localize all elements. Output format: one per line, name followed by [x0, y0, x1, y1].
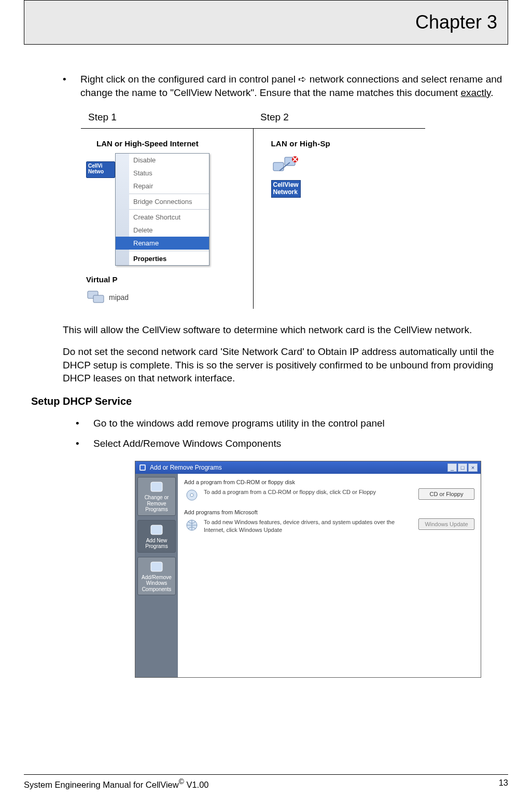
- virtual-heading: Virtual P: [86, 275, 250, 284]
- minimize-button[interactable]: _: [447, 463, 457, 472]
- bullet-item: • Select Add/Remove Windows Components: [76, 437, 508, 450]
- sidebar: Change or Remove Programs Add New Progra…: [135, 474, 178, 677]
- lan-heading-2: LAN or High-Sp: [271, 139, 423, 148]
- bullet-text: Right click on the configured card in co…: [80, 73, 508, 99]
- window-title: Add or Remove Programs: [150, 464, 222, 471]
- context-menu: Disable Status Repair Bridge Connections…: [115, 153, 209, 266]
- windows-update-button[interactable]: Windows Update: [418, 518, 474, 530]
- page-content: • Right click on the configured card in …: [24, 73, 508, 678]
- bullet-text: Select Add/Remove Windows Components: [93, 437, 508, 450]
- menu-item-shortcut[interactable]: Create Shortcut: [116, 211, 209, 224]
- program-icon: [138, 463, 147, 472]
- sidebar-add-new[interactable]: Add New Programs: [137, 520, 176, 553]
- bullet-marker: •: [63, 73, 80, 99]
- section-text-2: To add new Windows features, device driv…: [204, 518, 413, 534]
- network-icon[interactable]: [271, 155, 300, 179]
- svg-rect-7: [151, 482, 162, 491]
- window-titlebar[interactable]: Add or Remove Programs _ □ ×: [135, 461, 481, 474]
- svg-rect-2: [273, 162, 284, 171]
- section-row-2: To add new Windows features, device driv…: [184, 518, 474, 534]
- menu-item-delete[interactable]: Delete: [116, 224, 209, 237]
- svg-rect-8: [151, 525, 162, 535]
- bullet-item: • Right click on the configured card in …: [63, 73, 508, 99]
- close-button[interactable]: ×: [468, 463, 478, 472]
- paragraph-dhcp: Do not set the second network card 'Site…: [63, 345, 495, 385]
- menu-item-disable[interactable]: Disable: [116, 154, 209, 167]
- svg-rect-1: [93, 295, 104, 303]
- svg-rect-6: [141, 465, 145, 470]
- section-row-1: To add a program from a CD-ROM or floppy…: [184, 488, 474, 502]
- main-panel: Add a program from CD-ROM or floppy disk…: [178, 474, 481, 677]
- paragraph-allow: This will allow the CellView software to…: [63, 323, 495, 337]
- menu-item-status[interactable]: Status: [116, 167, 209, 180]
- menu-item-properties[interactable]: Properties: [116, 252, 209, 265]
- svg-rect-9: [151, 562, 162, 571]
- steps-table: Step 1 Step 2 LAN or High-Speed Internet…: [81, 106, 425, 309]
- bullet-marker: •: [76, 437, 93, 450]
- step-header-1: Step 1: [81, 106, 253, 129]
- add-remove-programs-window: Add or Remove Programs _ □ × Change or R…: [135, 461, 481, 678]
- sidebar-windows-components[interactable]: Add/Remove Windows Components: [137, 557, 176, 596]
- section-head-2: Add programs from Microsoft: [184, 509, 474, 515]
- menu-item-bridge[interactable]: Bridge Connections: [116, 195, 209, 208]
- footer-left: System Engineering Manual for CellView© …: [24, 778, 209, 790]
- network-connection-icon[interactable]: CellViNetwo: [86, 153, 113, 179]
- adapter-label: mipad: [109, 293, 129, 302]
- sidebar-change-remove[interactable]: Change or Remove Programs: [137, 477, 176, 516]
- cd-floppy-button[interactable]: CD or Floppy: [418, 488, 474, 500]
- bullet-text: Go to the windows add remove programs ut…: [93, 417, 508, 430]
- chapter-title: Chapter 3: [415, 11, 497, 33]
- lan-heading: LAN or High-Speed Internet: [96, 139, 250, 148]
- heading-setup-dhcp: Setup DHCP Service: [31, 395, 508, 407]
- adapter-icon: [86, 288, 107, 307]
- bullet-item: • Go to the windows add remove programs …: [76, 417, 508, 430]
- maximize-button[interactable]: □: [458, 463, 467, 472]
- cd-icon: [184, 488, 200, 502]
- step-header-2: Step 2: [253, 106, 425, 129]
- step1-figure: LAN or High-Speed Internet CellViNetwo D…: [81, 129, 254, 309]
- menu-item-repair[interactable]: Repair: [116, 180, 209, 193]
- connection-label-editing[interactable]: CellViewNetwork: [271, 180, 301, 198]
- globe-icon: [184, 518, 200, 532]
- footer-page-number: 13: [499, 778, 508, 790]
- page-header: Chapter 3: [24, 0, 508, 45]
- menu-item-rename[interactable]: Rename: [116, 237, 209, 250]
- section-head-1: Add a program from CD-ROM or floppy disk: [184, 479, 474, 485]
- page-footer: System Engineering Manual for CellView© …: [24, 774, 508, 790]
- svg-point-11: [190, 494, 193, 497]
- step2-figure: LAN or High-Sp: [254, 129, 426, 309]
- bullet-marker: •: [76, 417, 93, 430]
- section-text-1: To add a program from a CD-ROM or floppy…: [204, 488, 413, 496]
